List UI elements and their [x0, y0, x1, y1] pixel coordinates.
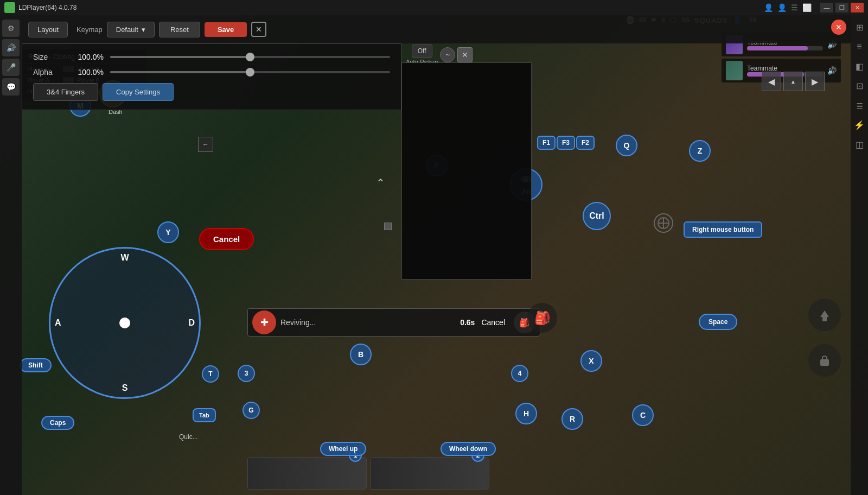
- wasd-control[interactable]: W A S D: [49, 247, 201, 399]
- alpha-slider-track[interactable]: [110, 71, 390, 73]
- nav-right-arrow[interactable]: ▶: [805, 72, 825, 91]
- right-sidebar-icon-2[interactable]: ≡: [852, 39, 867, 54]
- key-w-label: W: [120, 253, 129, 263]
- right-sidebar-icon-5[interactable]: ≣: [852, 98, 867, 113]
- alpha-slider-fill: [110, 71, 250, 73]
- key-z-button[interactable]: Z: [689, 140, 711, 162]
- nav-left-arrow[interactable]: ◀: [762, 72, 781, 91]
- weapon-slot-1: 1: [247, 457, 367, 490]
- key-a-label: A: [55, 318, 61, 328]
- top-right-close-button[interactable]: ✕: [831, 20, 846, 35]
- right-action-icon-2[interactable]: [808, 344, 841, 377]
- reviving-cancel-button[interactable]: Cancel: [481, 318, 505, 327]
- minimize-button[interactable]: —: [820, 3, 833, 12]
- svg-rect-4: [820, 359, 829, 366]
- backpack-icon: 🎒: [527, 303, 557, 333]
- quick-label: Quic...: [179, 433, 198, 441]
- reviving-bar: ✚ Reviving... 0.6s Cancel 🎒: [247, 308, 540, 337]
- size-slider-row: Size 100.0%: [33, 53, 390, 61]
- alpha-slider-thumb[interactable]: [246, 68, 254, 77]
- titlebar-icon-3[interactable]: ☰: [791, 3, 798, 12]
- save-button[interactable]: Save: [205, 22, 247, 37]
- alpha-label: Alpha: [33, 68, 66, 77]
- app-logo: [4, 2, 15, 13]
- key-x-button[interactable]: X: [580, 350, 602, 372]
- key-t-button[interactable]: T: [202, 365, 219, 383]
- settings-panel: Size 100.0% Alpha 100.0% 3&4 Fingers Cop…: [22, 43, 401, 110]
- alpha-slider-row: Alpha 100.0%: [33, 68, 390, 77]
- wheel-down-button[interactable]: Wheel down: [441, 442, 496, 456]
- weapon-slots: 1 2: [247, 457, 489, 490]
- key-ctrl-button[interactable]: Ctrl: [583, 202, 611, 230]
- wheel-up-button[interactable]: Wheel up: [320, 442, 366, 456]
- nav-up-arrow[interactable]: ▲: [783, 72, 803, 91]
- key-b-button[interactable]: B: [350, 344, 372, 365]
- key-f1-button[interactable]: F1: [537, 136, 556, 150]
- titlebar-icon-4[interactable]: ⬜: [802, 3, 812, 12]
- function-keys: F1 F3 F2: [537, 136, 595, 150]
- teammate-health-fill-1: [747, 46, 808, 50]
- key-tab-button[interactable]: Tab: [193, 408, 216, 422]
- key-4-button[interactable]: 4: [511, 365, 528, 382]
- app-title: LDPlayer(64) 4.0.78: [18, 4, 764, 11]
- size-slider-fill: [110, 56, 250, 58]
- window-controls: — ❐ ✕: [820, 3, 864, 12]
- auto-pickup-close-button[interactable]: ✕: [457, 47, 473, 62]
- titlebar-icon-2[interactable]: 👤: [777, 3, 787, 12]
- weapon-slot-2: 2: [370, 457, 489, 490]
- key-g-button[interactable]: G: [242, 402, 260, 419]
- teammate-speaker-icon-2: 🔊: [827, 66, 837, 75]
- key-r-button[interactable]: R: [561, 408, 583, 430]
- right-sidebar-icon-4[interactable]: ⊡: [852, 78, 867, 93]
- auto-pickup-toggle[interactable]: Off: [412, 45, 432, 58]
- scope-icon: [654, 213, 673, 233]
- key-space-button[interactable]: Space: [699, 314, 737, 330]
- right-sidebar-icon-7[interactable]: ◫: [852, 137, 867, 152]
- sidebar-volume-icon[interactable]: 🔊: [2, 39, 20, 56]
- sidebar-chat-icon[interactable]: 💬: [2, 78, 20, 96]
- auto-pickup-tilde-button[interactable]: ~: [440, 47, 455, 62]
- teammate-avatar-2: [726, 61, 743, 80]
- cancel-button[interactable]: Cancel: [199, 228, 254, 250]
- right-sidebar-icon-3[interactable]: ◧: [852, 59, 867, 74]
- right-action-icons: [808, 299, 841, 377]
- key-f3-button[interactable]: F3: [557, 136, 575, 150]
- key-y-button[interactable]: Y: [157, 221, 179, 243]
- close-button[interactable]: ✕: [851, 3, 864, 12]
- right-sidebar-icon-6[interactable]: ⚡: [852, 117, 867, 132]
- chevron-up-icon[interactable]: ⌃: [376, 176, 385, 189]
- teammate-name-2: Teammate: [747, 65, 823, 72]
- sidebar-mic-icon[interactable]: 🎤: [2, 59, 20, 76]
- left-sidebar: ⚙ 🔊 🎤 💬: [0, 15, 22, 495]
- key-h-button[interactable]: H: [515, 403, 537, 424]
- dark-dropdown-panel: [401, 62, 532, 280]
- key-shift-button[interactable]: Shift: [20, 358, 52, 372]
- restore-button[interactable]: ❐: [835, 3, 848, 12]
- fingers-button[interactable]: 3&4 Fingers: [33, 83, 98, 101]
- reviving-label: Reviving...: [280, 318, 460, 327]
- right-sidebar-icon-1[interactable]: ⊞: [852, 20, 867, 35]
- size-slider-track[interactable]: [110, 56, 390, 58]
- right-mouse-button-label[interactable]: Right mouse button: [684, 221, 762, 238]
- keymap-label: Keymap: [76, 26, 103, 34]
- key-c-button[interactable]: C: [632, 404, 654, 426]
- sidebar-settings-icon[interactable]: ⚙: [2, 20, 20, 37]
- copy-settings-button[interactable]: Copy Settings: [103, 83, 174, 101]
- key-f2-button[interactable]: F2: [576, 136, 595, 150]
- titlebar-icon-1[interactable]: 👤: [764, 3, 773, 12]
- key-caps-button[interactable]: Caps: [41, 416, 74, 430]
- size-label: Size: [33, 53, 66, 61]
- keymap-close-button[interactable]: ✕: [251, 22, 266, 37]
- default-label: Default: [116, 26, 138, 34]
- size-slider-thumb[interactable]: [246, 53, 254, 61]
- key-s-label: S: [122, 383, 128, 393]
- key-q-button[interactable]: Q: [616, 135, 637, 156]
- arrow-indicator[interactable]: ←: [198, 137, 213, 152]
- reset-button[interactable]: Reset: [159, 22, 200, 37]
- alpha-value: 100.0%: [66, 68, 104, 77]
- right-action-icon-1[interactable]: [808, 299, 841, 331]
- key-3-button[interactable]: 3: [238, 365, 255, 382]
- layout-button[interactable]: Layout: [28, 22, 68, 37]
- nav-arrows: ◀ ▲ ▶: [762, 72, 825, 91]
- default-dropdown-button[interactable]: Default ▾: [107, 22, 155, 37]
